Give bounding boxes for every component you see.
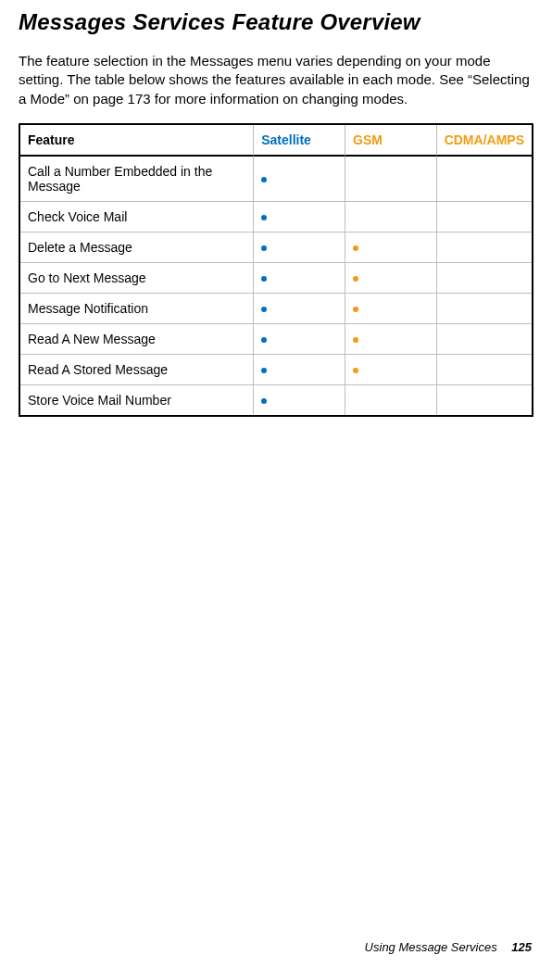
- dot-icon: [261, 245, 267, 251]
- feature-cell: Delete a Message: [20, 232, 253, 262]
- feature-cell: Read A New Message: [20, 323, 253, 354]
- gsm-cell: [345, 384, 436, 415]
- document-page: Messages Services Feature Overview The f…: [0, 0, 552, 980]
- satellite-cell: [253, 293, 345, 323]
- dot-icon: [261, 337, 267, 343]
- table-row: Store Voice Mail Number: [20, 384, 532, 415]
- cdma-cell: [436, 354, 532, 384]
- feature-cell: Store Voice Mail Number: [20, 384, 253, 415]
- cdma-cell: [436, 262, 532, 293]
- table-row: Check Voice Mail: [20, 201, 532, 232]
- table-row: Read A Stored Message: [20, 354, 532, 384]
- table-row: Read A New Message: [20, 323, 532, 354]
- cdma-cell: [436, 323, 532, 354]
- cdma-cell: [436, 384, 532, 415]
- satellite-cell: [253, 323, 345, 354]
- satellite-cell: [253, 232, 345, 262]
- gsm-cell: [345, 262, 436, 293]
- table-row: Message Notification: [20, 293, 532, 323]
- satellite-cell: [253, 262, 345, 293]
- header-cdma: CDMA/AMPS: [436, 125, 532, 157]
- cdma-cell: [436, 201, 532, 232]
- feature-cell: Go to Next Message: [20, 262, 253, 293]
- dot-icon: [261, 215, 267, 220]
- dot-icon: [353, 276, 358, 282]
- gsm-cell: [345, 201, 436, 232]
- table-row: Delete a Message: [20, 232, 532, 262]
- dot-icon: [353, 245, 358, 251]
- dot-icon: [261, 177, 267, 182]
- satellite-cell: [253, 201, 345, 232]
- table-row: Call a Number Embedded in the Message: [20, 157, 532, 201]
- gsm-cell: [345, 323, 436, 354]
- header-gsm: GSM: [345, 125, 436, 157]
- page-footer: Using Message Services 125: [365, 940, 532, 954]
- footer-page-number: 125: [511, 940, 532, 954]
- feature-cell: Call a Number Embedded in the Message: [20, 157, 253, 201]
- satellite-cell: [253, 157, 345, 201]
- dot-icon: [261, 307, 267, 312]
- intro-paragraph: The feature selection in the Messages me…: [19, 52, 533, 108]
- cdma-cell: [436, 232, 532, 262]
- header-feature: Feature: [20, 125, 253, 157]
- satellite-cell: [253, 354, 345, 384]
- gsm-cell: [345, 293, 436, 323]
- table-header-row: Feature Satellite GSM CDMA/AMPS: [20, 125, 532, 157]
- dot-icon: [353, 307, 358, 312]
- feature-cell: Message Notification: [20, 293, 253, 323]
- feature-cell: Check Voice Mail: [20, 201, 253, 232]
- table-row: Go to Next Message: [20, 262, 532, 293]
- dot-icon: [261, 368, 267, 373]
- cdma-cell: [436, 157, 532, 201]
- feature-cell: Read A Stored Message: [20, 354, 253, 384]
- dot-icon: [261, 276, 267, 282]
- satellite-cell: [253, 384, 345, 415]
- page-title: Messages Services Feature Overview: [19, 9, 533, 35]
- table-body: Call a Number Embedded in the MessageChe…: [20, 157, 532, 415]
- cdma-cell: [436, 293, 532, 323]
- dot-icon: [353, 368, 358, 373]
- gsm-cell: [345, 232, 436, 262]
- header-satellite: Satellite: [253, 125, 345, 157]
- gsm-cell: [345, 354, 436, 384]
- gsm-cell: [345, 157, 436, 201]
- feature-table: Feature Satellite GSM CDMA/AMPS Call a N…: [19, 123, 533, 417]
- footer-section: Using Message Services: [365, 940, 497, 954]
- dot-icon: [353, 337, 358, 343]
- dot-icon: [261, 398, 267, 404]
